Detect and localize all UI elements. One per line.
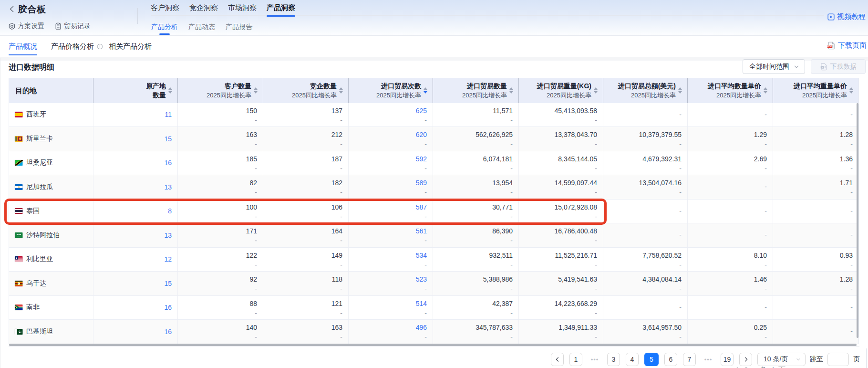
- column-header-7[interactable]: 进口贸易重量(KG)2025同比增长率: [519, 78, 603, 103]
- trade-records-button[interactable]: 贸易记录: [54, 22, 91, 31]
- trade-count-link[interactable]: 514: [416, 299, 427, 308]
- page-button-1[interactable]: 1: [569, 353, 582, 366]
- subtab-3[interactable]: 相关产品分析: [109, 36, 152, 57]
- sort-desc-icon[interactable]: [339, 91, 343, 94]
- primary-tab-2[interactable]: 竞企洞察: [189, 0, 218, 16]
- vertical-scrollbar[interactable]: [857, 103, 858, 338]
- column-header-2[interactable]: 原产地数量: [93, 78, 178, 103]
- page-button-3[interactable]: 3: [607, 353, 620, 366]
- sort-carets[interactable]: [168, 87, 172, 94]
- page-button-7[interactable]: 7: [683, 353, 696, 366]
- origin-count-link[interactable]: 12: [164, 255, 172, 263]
- origin-count-link[interactable]: 16: [164, 328, 172, 336]
- trade-count-link[interactable]: 589: [416, 179, 427, 188]
- trade-count-link[interactable]: 587: [416, 203, 427, 212]
- sort-desc-icon[interactable]: [594, 91, 598, 94]
- page-button-5[interactable]: 5: [644, 353, 659, 366]
- jump-to-page-input[interactable]: [827, 353, 849, 366]
- trade-count-link[interactable]: 592: [416, 155, 427, 164]
- horizontal-scrollbar[interactable]: [9, 344, 857, 347]
- column-header-9[interactable]: 进口平均数量单价2025同比增长率: [688, 78, 773, 103]
- column-header-6[interactable]: 进口贸易数量2025同比增长率: [433, 78, 519, 103]
- trade-count-link[interactable]: 561: [416, 227, 427, 236]
- sort-desc-icon[interactable]: [424, 91, 427, 94]
- sort-asc-icon[interactable]: [424, 87, 427, 90]
- sort-asc-icon[interactable]: [764, 87, 767, 90]
- column-title-line: 原产地: [146, 82, 166, 91]
- subtab-2[interactable]: 产品价格分析: [51, 36, 103, 57]
- page-size-select[interactable]: 10 条/页: [757, 353, 806, 366]
- sort-asc-icon[interactable]: [678, 87, 682, 90]
- next-page-button[interactable]: [739, 353, 752, 366]
- back-icon[interactable]: [9, 6, 14, 12]
- info-icon[interactable]: [97, 43, 103, 50]
- sort-asc-icon[interactable]: [339, 87, 343, 90]
- primary-tab-3[interactable]: 市场洞察: [228, 0, 257, 16]
- pagination-ellipsis[interactable]: •••: [588, 353, 601, 366]
- column-header-8[interactable]: 进口贸易总额(美元)2025同比增长率: [603, 78, 688, 103]
- secondary-tab-1[interactable]: 产品分析: [151, 20, 178, 35]
- sort-asc-icon[interactable]: [594, 87, 598, 90]
- subtab-1[interactable]: 产品概况: [9, 36, 37, 57]
- time-range-select[interactable]: 全部时间范围: [743, 59, 805, 74]
- page-button-4[interactable]: 4: [626, 353, 639, 366]
- sort-desc-icon[interactable]: [764, 91, 767, 94]
- page-button-19[interactable]: 19: [721, 353, 734, 366]
- sort-asc-icon[interactable]: [168, 87, 172, 90]
- primary-tab-1[interactable]: 客户洞察: [151, 0, 179, 16]
- primary-tab-4[interactable]: 产品洞察: [267, 0, 295, 16]
- origin-count-link[interactable]: 15: [164, 280, 172, 287]
- trade-count-link[interactable]: 523: [416, 275, 427, 284]
- data-cell: -: [603, 103, 688, 127]
- cell-value: 11,525,216.71: [555, 251, 598, 260]
- cell-value: 171: [246, 227, 257, 236]
- cell-value: 150: [246, 106, 257, 116]
- column-header-5[interactable]: 进口贸易次数2025同比增长率: [349, 78, 433, 103]
- download-page-link[interactable]: PDF 下载页面: [827, 41, 867, 50]
- column-header-3[interactable]: 客户数量2025同比增长率: [178, 78, 263, 103]
- sort-asc-icon[interactable]: [254, 87, 258, 90]
- sort-carets[interactable]: [763, 87, 767, 94]
- sort-carets[interactable]: [678, 87, 682, 94]
- column-header-10[interactable]: 进口平均重量单价2025同比增长率: [773, 78, 858, 103]
- data-cell: -: [773, 103, 858, 127]
- sort-carets[interactable]: [593, 87, 598, 94]
- sort-carets[interactable]: [509, 87, 513, 94]
- trade-count-link[interactable]: 534: [416, 251, 427, 260]
- plan-settings-button[interactable]: 方案设置: [8, 22, 44, 31]
- trade-count-link[interactable]: 625: [416, 106, 427, 116]
- destination-cell: 南非: [9, 296, 93, 320]
- origin-count-link[interactable]: 8: [168, 207, 172, 215]
- cell-value: 5,419,541.63: [558, 275, 597, 284]
- trade-count-link[interactable]: 496: [416, 323, 427, 332]
- download-data-button[interactable]: x 下载数据: [811, 59, 866, 74]
- sort-desc-icon[interactable]: [254, 91, 258, 94]
- sort-carets[interactable]: [253, 87, 258, 94]
- sort-carets[interactable]: [423, 87, 427, 94]
- secondary-tab-2[interactable]: 产品动态: [188, 20, 215, 35]
- page-button-6[interactable]: 6: [664, 353, 677, 366]
- origin-count-link[interactable]: 13: [164, 231, 172, 239]
- origin-count-link[interactable]: 16: [164, 159, 172, 167]
- origin-count-link[interactable]: 13: [164, 183, 172, 191]
- sort-desc-icon[interactable]: [168, 91, 172, 94]
- secondary-tab-3[interactable]: 产品报告: [226, 20, 252, 35]
- column-header-4[interactable]: 竞企数量2025同比增长率: [263, 78, 349, 103]
- origin-count-link[interactable]: 11: [165, 111, 172, 118]
- clipboard-icon: [54, 22, 62, 30]
- origin-count-link[interactable]: 15: [164, 135, 172, 143]
- trade-count-link[interactable]: 620: [416, 130, 427, 139]
- column-header-1: 目的地: [9, 78, 93, 103]
- sort-desc-icon[interactable]: [678, 91, 682, 94]
- pagination-ellipsis[interactable]: •••: [702, 353, 715, 366]
- sort-desc-icon[interactable]: [849, 91, 853, 94]
- origin-count-link[interactable]: 16: [164, 304, 172, 311]
- sort-carets[interactable]: [849, 87, 853, 94]
- video-tutorial-link[interactable]: 视频教程: [827, 12, 866, 21]
- sort-asc-icon[interactable]: [849, 87, 853, 90]
- previous-page-button[interactable]: [551, 353, 564, 366]
- sort-carets[interactable]: [339, 87, 343, 94]
- table-bottom-border: [9, 347, 859, 347]
- sort-asc-icon[interactable]: [509, 87, 513, 90]
- sort-desc-icon[interactable]: [509, 91, 513, 94]
